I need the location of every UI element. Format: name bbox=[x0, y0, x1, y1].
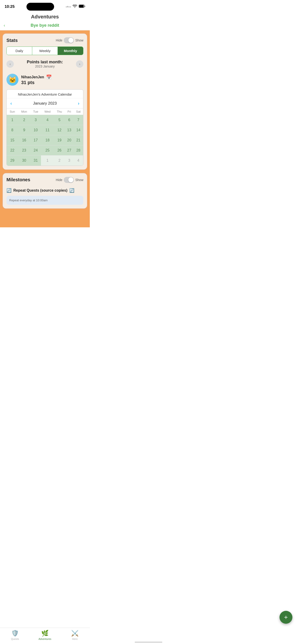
notch bbox=[26, 3, 54, 10]
calendar-nav: ‹ January 2023 › bbox=[7, 98, 83, 108]
milestones-hide-label: Hide bbox=[56, 178, 62, 182]
calendar-day[interactable]: 5 bbox=[54, 115, 65, 125]
calendar-day[interactable]: 1 bbox=[7, 115, 18, 125]
user-name-row: NihaoJenJen 📅 bbox=[21, 74, 83, 80]
day-mon: Mon bbox=[18, 108, 30, 115]
back-button[interactable]: ‹ bbox=[4, 23, 5, 28]
points-title-area: Points last month: 2023 January bbox=[27, 60, 63, 68]
user-name: NihaoJenJen bbox=[21, 75, 44, 79]
back-nav: ‹ Bye bye reddit bbox=[0, 21, 90, 30]
next-month-button[interactable]: › bbox=[76, 60, 83, 68]
calendar-day[interactable]: 25 bbox=[41, 145, 54, 156]
calendar-day[interactable]: 14 bbox=[74, 125, 83, 135]
points-date: 2023 January bbox=[27, 64, 63, 68]
quest-item[interactable]: Repeat everyday at 10:00am bbox=[6, 196, 83, 205]
status-icons bbox=[66, 4, 85, 9]
milestones-toggle-thumb bbox=[68, 177, 74, 182]
calendar-day[interactable]: 21 bbox=[74, 135, 83, 145]
adventure-calendar: NihaoJenJen's Adventure Calendar ‹ Janua… bbox=[6, 89, 83, 166]
status-time: 10:25 bbox=[4, 4, 14, 9]
day-wed: Wed bbox=[41, 108, 54, 115]
tab-daily[interactable]: Daily bbox=[7, 47, 32, 55]
tab-weekly[interactable]: Weekly bbox=[32, 47, 58, 55]
calendar-day[interactable]: 30 bbox=[18, 156, 30, 166]
nav-title: Bye bye reddit bbox=[30, 23, 59, 28]
calendar-day[interactable]: 1 bbox=[41, 156, 54, 166]
user-pts: 31 pts bbox=[21, 80, 83, 85]
day-sun: Sun bbox=[7, 108, 18, 115]
calendar-day[interactable]: 24 bbox=[30, 145, 41, 156]
calendar-title: NihaoJenJen's Adventure Calendar bbox=[7, 90, 83, 98]
calendar-day[interactable]: 9 bbox=[18, 125, 30, 135]
calendar-day[interactable]: 13 bbox=[65, 125, 74, 135]
quest-sub-label: Repeat everyday at 10:00am bbox=[9, 198, 48, 202]
day-sat: Sat bbox=[74, 108, 83, 115]
calendar-day[interactable]: 29 bbox=[7, 156, 18, 166]
calendar-day[interactable]: 7 bbox=[74, 115, 83, 125]
calendar-day[interactable]: 8 bbox=[7, 125, 18, 135]
calendar-prev-button[interactable]: ‹ bbox=[10, 101, 12, 106]
points-header: ‹ Points last month: 2023 January › bbox=[6, 59, 83, 71]
calendar-days-row: Sun Mon Tue Wed Thu Fri Sat bbox=[7, 108, 83, 115]
repeat-quests-header: 🔄 Repeat Quests (source copies) 🔄 bbox=[6, 186, 83, 194]
battery-icon bbox=[79, 4, 85, 9]
calendar-day[interactable]: 22 bbox=[7, 145, 18, 156]
stats-title: Stats bbox=[6, 38, 18, 43]
day-thu: Thu bbox=[54, 108, 65, 115]
points-label: Points last month: bbox=[27, 60, 63, 64]
calendar-day[interactable]: 2 bbox=[18, 115, 30, 125]
calendar-day[interactable]: 2 bbox=[54, 156, 65, 166]
back-chevron-icon: ‹ bbox=[4, 23, 5, 28]
svg-rect-1 bbox=[79, 5, 84, 8]
calendar-next-button[interactable]: › bbox=[78, 101, 80, 106]
user-row: 🐱 NihaoJenJen 📅 31 pts bbox=[6, 71, 83, 89]
calendar-day[interactable]: 18 bbox=[41, 135, 54, 145]
repeat-icon: 🔄 bbox=[6, 188, 12, 193]
calendar-icon[interactable]: 📅 bbox=[46, 74, 52, 80]
calendar-day[interactable]: 19 bbox=[54, 135, 65, 145]
milestones-toggle-group: Hide Show bbox=[56, 177, 83, 183]
milestones-header: Milestones Hide Show bbox=[6, 177, 83, 183]
tab-monthly[interactable]: Monthly bbox=[58, 47, 83, 55]
stats-toggle-group: Hide Show bbox=[56, 37, 83, 43]
prev-month-button[interactable]: ‹ bbox=[6, 60, 14, 68]
stats-show-label: Show bbox=[75, 38, 83, 42]
calendar-day[interactable]: 11 bbox=[41, 125, 54, 135]
status-bar: 10:25 bbox=[0, 0, 90, 12]
calendar-day[interactable]: 15 bbox=[7, 135, 18, 145]
wifi-icon bbox=[72, 4, 77, 9]
day-fri: Fri bbox=[65, 108, 74, 115]
stats-toggle[interactable] bbox=[64, 37, 74, 43]
calendar-day[interactable]: 6 bbox=[65, 115, 74, 125]
period-tabs: Daily Weekly Monthly bbox=[6, 46, 83, 55]
calendar-day[interactable]: 20 bbox=[65, 135, 74, 145]
stats-hide-label: Hide bbox=[56, 38, 62, 42]
day-tue: Tue bbox=[30, 108, 41, 115]
calendar-day[interactable]: 28 bbox=[74, 145, 83, 156]
calendar-day[interactable]: 12 bbox=[54, 125, 65, 135]
scroll-area: Stats Hide Show Daily Weekly Monthly ‹ P… bbox=[0, 30, 90, 227]
toggle-thumb bbox=[68, 38, 74, 43]
user-info: NihaoJenJen 📅 31 pts bbox=[21, 74, 83, 85]
calendar-day[interactable]: 17 bbox=[30, 135, 41, 145]
calendar-day[interactable]: 26 bbox=[54, 145, 65, 156]
calendar-day[interactable]: 4 bbox=[41, 115, 54, 125]
calendar-day[interactable]: 4 bbox=[74, 156, 83, 166]
calendar-day[interactable]: 23 bbox=[18, 145, 30, 156]
milestones-title: Milestones bbox=[6, 177, 30, 182]
signal-icon bbox=[66, 6, 71, 7]
page-title: Adventures bbox=[0, 12, 90, 21]
calendar-month: January 2023 bbox=[33, 101, 57, 106]
stats-card: Stats Hide Show Daily Weekly Monthly ‹ P… bbox=[2, 33, 88, 170]
calendar-day[interactable]: 31 bbox=[30, 156, 41, 166]
calendar-day[interactable]: 27 bbox=[65, 145, 74, 156]
calendar-day[interactable]: 3 bbox=[30, 115, 41, 125]
calendar-day[interactable]: 16 bbox=[18, 135, 30, 145]
milestones-show-label: Show bbox=[75, 178, 83, 182]
milestones-card: Milestones Hide Show 🔄 Repeat Quests (so… bbox=[2, 173, 88, 209]
calendar-day[interactable]: 10 bbox=[30, 125, 41, 135]
repeat-quests-label: Repeat Quests (source copies) bbox=[13, 188, 68, 192]
calendar-day[interactable]: 3 bbox=[65, 156, 74, 166]
milestones-toggle[interactable] bbox=[64, 177, 74, 183]
repeat-icon-2: 🔄 bbox=[69, 188, 74, 193]
